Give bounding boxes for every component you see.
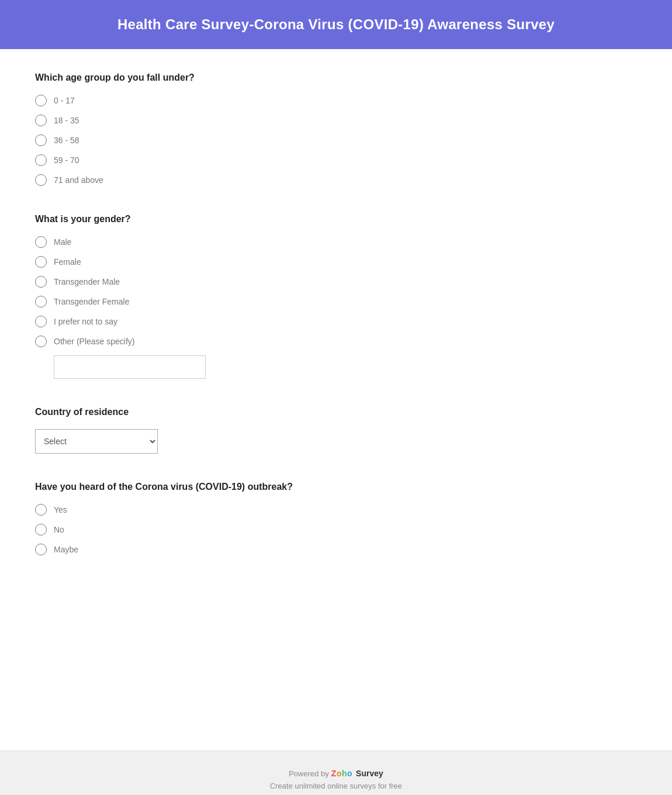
age-radio-59-70[interactable] [35,154,47,166]
gender-question-label: What is your gender? [35,214,637,224]
age-option-0-17[interactable]: 0 - 17 [35,95,637,106]
gender-option-other[interactable]: Other (Please specify) [35,336,637,347]
gender-label-trans-male: Transgender Male [54,277,120,286]
gender-label-prefer-not: I prefer not to say [54,317,117,326]
page-footer: Powered by Zoho Survey Create unlimited … [0,751,672,795]
covid-radio-no[interactable] [35,524,47,535]
covid-radio-maybe[interactable] [35,544,47,555]
gender-radio-prefer-not[interactable] [35,316,47,327]
country-question: Country of residence Select United State… [35,407,637,454]
country-select[interactable]: Select United States United Kingdom Cana… [35,429,158,454]
gender-radio-trans-female[interactable] [35,296,47,307]
gender-option-prefer-not[interactable]: I prefer not to say [35,316,637,327]
survey-title: Health Care Survey-Corona Virus (COVID-1… [23,16,649,33]
age-label-71plus: 71 and above [54,175,103,185]
page-header: Health Care Survey-Corona Virus (COVID-1… [0,0,672,49]
age-label-0-17: 0 - 17 [54,96,75,105]
country-select-wrapper[interactable]: Select United States United Kingdom Cana… [35,429,637,454]
zoho-letter-o1: o [337,769,342,778]
gender-option-trans-male[interactable]: Transgender Male [35,276,637,288]
gender-radio-trans-male[interactable] [35,276,47,288]
gender-question: What is your gender? Male Female Transge… [35,214,637,379]
covid-label-yes: Yes [54,505,67,514]
gender-label-male: Male [54,237,71,247]
age-radio-0-17[interactable] [35,95,47,106]
covid-option-no[interactable]: No [35,524,637,535]
gender-label-other: Other (Please specify) [54,337,135,346]
covid-label-no: No [54,525,64,534]
covid-label-maybe: Maybe [54,545,78,554]
zoho-letter-z: Z [331,769,337,778]
age-question-label: Which age group do you fall under? [35,72,637,83]
zoho-letter-o2: o [347,769,352,778]
gender-label-female: Female [54,257,81,267]
footer-powered-line: Powered by Zoho Survey [18,769,654,778]
covid-radio-yes[interactable] [35,504,47,516]
age-option-71plus[interactable]: 71 and above [35,174,637,186]
survey-body: Which age group do you fall under? 0 - 1… [0,49,672,751]
age-radio-18-35[interactable] [35,115,47,126]
age-radio-71plus[interactable] [35,174,47,186]
survey-word: Survey [356,769,383,778]
gender-other-input[interactable] [54,355,206,379]
age-label-18-35: 18 - 35 [54,116,79,125]
covid-question: Have you heard of the Corona virus (COVI… [35,482,637,555]
powered-by-text: Powered by [289,769,329,778]
country-question-label: Country of residence [35,407,637,417]
age-question: Which age group do you fall under? 0 - 1… [35,72,637,186]
age-label-36-58: 36 - 58 [54,136,79,145]
footer-subtext: Create unlimited online surveys for free [18,782,654,790]
gender-radio-female[interactable] [35,256,47,268]
covid-option-yes[interactable]: Yes [35,504,637,516]
age-option-59-70[interactable]: 59 - 70 [35,154,637,166]
covid-option-maybe[interactable]: Maybe [35,544,637,555]
age-option-18-35[interactable]: 18 - 35 [35,115,637,126]
zoho-logo: Zoho [331,769,352,778]
gender-radio-other[interactable] [35,336,47,347]
gender-option-male[interactable]: Male [35,236,637,248]
age-option-36-58[interactable]: 36 - 58 [35,134,637,146]
zoho-letter-h: h [342,769,347,778]
gender-radio-male[interactable] [35,236,47,248]
covid-question-label: Have you heard of the Corona virus (COVI… [35,482,637,492]
age-radio-36-58[interactable] [35,134,47,146]
gender-option-trans-female[interactable]: Transgender Female [35,296,637,307]
gender-option-female[interactable]: Female [35,256,637,268]
gender-label-trans-female: Transgender Female [54,297,129,306]
age-label-59-70: 59 - 70 [54,155,79,165]
